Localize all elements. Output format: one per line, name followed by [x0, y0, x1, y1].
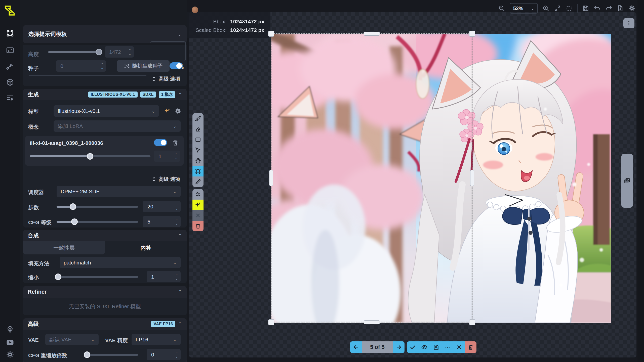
cfg-input[interactable]: 5 ⌃⌄	[143, 216, 181, 227]
canvas-image[interactable]	[271, 34, 611, 323]
bbox-handle-bottom-right[interactable]	[469, 319, 475, 325]
generation-advanced-toggle[interactable]: 高级 选项	[151, 176, 180, 183]
nav-workflows-tab[interactable]	[5, 61, 16, 72]
refiner-header[interactable]: Refiner ⌃	[23, 286, 187, 298]
invoke-generate-tool[interactable]	[192, 200, 204, 210]
bbox-handle-bottom-left[interactable]	[268, 319, 274, 325]
fill-method-label: 填充方法	[28, 260, 49, 267]
undo-icon[interactable]	[594, 5, 601, 12]
cfg-rescale-slider[interactable]	[86, 349, 138, 360]
height-slider[interactable]	[48, 46, 100, 58]
bbox-handle-bottom-mid[interactable]	[364, 320, 380, 324]
invoke-logo-icon	[4, 4, 18, 19]
discard-all-button[interactable]	[465, 341, 476, 353]
discard-result-button[interactable]	[453, 341, 465, 353]
vae-precision-select[interactable]: FP16 ⌄	[132, 334, 181, 345]
gallery-panel-toggle[interactable]	[621, 154, 633, 208]
chevron-up-icon[interactable]: ⌃	[178, 321, 182, 327]
video-tutorials-icon[interactable]	[5, 337, 16, 348]
preview-toggle-button[interactable]	[419, 341, 430, 353]
cfg-rescale-input[interactable]: 0 ⌃⌄	[147, 349, 181, 360]
parameters-panel: 选择提示词模板 ⌄ 高度 1472 ⌃⌄ 种子 0 ⌃⌄	[20, 0, 187, 362]
generation-title: 生成	[28, 91, 39, 98]
cancel-tool[interactable]	[192, 210, 204, 221]
tab-coherence-pass[interactable]: 一致性层	[23, 241, 105, 254]
chevron-down-icon: ⌄	[91, 337, 95, 342]
vae-select[interactable]: 默认 VAE ⌄	[45, 334, 99, 345]
steps-slider[interactable]	[57, 201, 138, 212]
add-lora-select[interactable]: 添加 LoRA ⌄	[54, 120, 181, 132]
nav-queue-tab[interactable]	[5, 93, 16, 104]
canvas-more-menu-button[interactable]	[623, 18, 634, 28]
advanced-header[interactable]: 高级 VAE FP16 ⌃	[23, 318, 187, 330]
eraser-tool[interactable]	[192, 124, 204, 134]
scale-slider[interactable]	[57, 271, 138, 282]
chevron-up-icon[interactable]: ⌃	[178, 92, 182, 98]
pan-tool[interactable]	[192, 155, 204, 166]
zoom-in-icon[interactable]	[542, 5, 549, 12]
tab-inpaint[interactable]: 内补	[105, 241, 187, 254]
image-settings-advanced-toggle[interactable]: 高级 选项	[151, 75, 180, 82]
lora-delete-trash-icon[interactable]	[171, 139, 180, 147]
move-tool[interactable]	[192, 145, 204, 155]
image-settings-card: 高度 1472 ⌃⌄ 种子 0 ⌃⌄ 随机生成种子 随机	[23, 45, 187, 86]
model-settings-gear-icon[interactable]	[174, 107, 182, 115]
cfg-rescale-label: CFG 重缩放倍数	[28, 352, 67, 359]
cfg-slider[interactable]	[57, 216, 138, 227]
vae-precision-label: VAE 精度	[105, 337, 128, 344]
settings-gear-icon[interactable]	[5, 349, 16, 360]
scale-input[interactable]: 1 ⌃⌄	[147, 271, 181, 282]
bbox-handle-top-right[interactable]	[469, 31, 475, 37]
height-input[interactable]: 1472 ⌃⌄	[105, 46, 134, 58]
chevron-up-icon[interactable]: ⌃	[178, 289, 182, 295]
nav-upscaling-tab[interactable]	[5, 45, 16, 56]
toolbar-divider	[577, 4, 578, 13]
zoom-level-select[interactable]: 52%⌄	[510, 3, 538, 14]
fit-to-view-icon[interactable]	[554, 5, 561, 12]
next-result-button[interactable]	[393, 341, 405, 353]
nav-canvas-tab[interactable]	[5, 28, 16, 39]
bbox-handle-right-mid[interactable]	[470, 170, 474, 186]
lora-weight-slider[interactable]	[30, 151, 150, 162]
user-avatar[interactable]	[192, 7, 198, 13]
new-canvas-icon[interactable]	[617, 5, 624, 12]
canvas-settings-gear-icon[interactable]	[628, 5, 635, 12]
accept-result-button[interactable]	[407, 341, 419, 353]
bbox-handle-top-left[interactable]	[268, 31, 274, 37]
fill-method-select[interactable]: patchmatch ⌄	[60, 257, 181, 268]
model-select[interactable]: Illustrious-XL-v0.1 ⌄	[54, 105, 159, 117]
prompt-template-expander[interactable]: 选择提示词模板 ⌄	[23, 25, 187, 43]
generation-header[interactable]: 生成 ILLUSTRIOUS-XL-V0.1 SDXL 1 概念 ⌃	[23, 89, 187, 100]
filter-settings-tool[interactable]	[192, 189, 204, 200]
lora-weight-input[interactable]: 1 ⌃⌄	[154, 151, 180, 162]
nav-models-tab[interactable]	[5, 77, 16, 88]
save-canvas-icon[interactable]	[582, 5, 589, 12]
bbox-tool[interactable]	[192, 166, 204, 176]
seed-input[interactable]: 0 ⌃⌄	[56, 60, 106, 72]
random-seed-toggle[interactable]	[170, 62, 183, 69]
invoke-app: Invoke 1 ⌃⌄ 选择提示词模板 ⌄ 高度	[0, 0, 644, 362]
bbox-handle-top-mid[interactable]	[364, 32, 380, 36]
chevron-down-icon[interactable]: ⌄	[177, 31, 182, 37]
color-picker-tool[interactable]	[192, 176, 204, 187]
delete-tool[interactable]	[192, 221, 204, 231]
redo-icon[interactable]	[605, 5, 612, 12]
steps-input[interactable]: 20 ⌃⌄	[143, 201, 181, 212]
chevron-down-icon: ⌄	[173, 260, 177, 265]
more-options-button[interactable]	[442, 341, 453, 353]
rect-tool[interactable]	[192, 134, 204, 145]
scheduler-select[interactable]: DPM++ 2M SDE ⌄	[57, 186, 181, 197]
prev-result-button[interactable]	[350, 341, 362, 353]
compositing-header[interactable]: 合成 ⌃	[23, 230, 187, 241]
fit-bbox-icon[interactable]	[566, 5, 573, 12]
lora-enabled-toggle[interactable]	[154, 139, 167, 146]
zoom-out-icon[interactable]	[498, 5, 505, 12]
brush-tool[interactable]	[192, 113, 204, 124]
support-icon[interactable]	[5, 324, 16, 335]
save-result-button[interactable]	[430, 341, 442, 353]
chevron-up-icon[interactable]: ⌃	[178, 233, 182, 239]
bbox-handle-left-mid[interactable]	[269, 170, 273, 186]
chevron-down-icon: ⌄	[151, 108, 155, 114]
randomize-seed-button[interactable]: 随机生成种子	[117, 60, 170, 72]
model-default-settings-icon[interactable]	[163, 107, 172, 115]
